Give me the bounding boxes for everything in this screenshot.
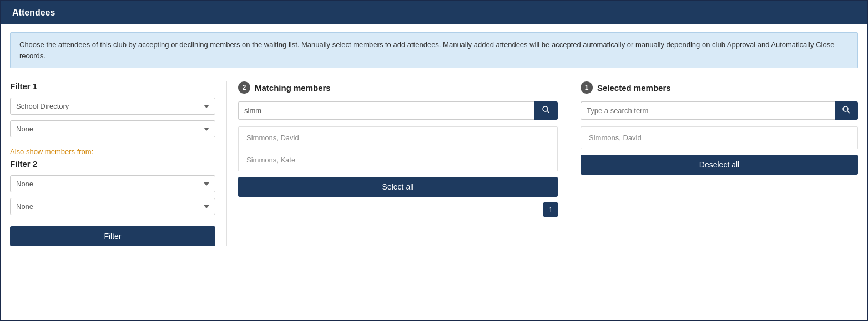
filter2-dropdown1[interactable]: None [10,175,215,192]
filter1-label: Filter 1 [10,81,215,91]
selected-panel-title: Selected members [597,83,671,93]
also-show-label: Also show members from: [10,147,215,156]
selected-search-row [581,101,858,120]
svg-point-0 [543,106,548,111]
selected-search-button[interactable] [835,101,858,120]
filter2-label: Filter 2 [10,159,215,169]
info-banner: Choose the attendees of this club by acc… [10,32,858,68]
matching-search-button[interactable] [534,101,558,120]
deselect-all-button[interactable]: Deselect all [581,155,858,175]
page-number[interactable]: 1 [543,202,558,217]
matching-member-item[interactable]: Simmons, Kate [239,149,557,171]
matching-panel: 2 Matching members Simmons, David Simmon… [226,81,569,246]
selected-panel: 1 Selected members Simmons, David Desele… [569,81,858,246]
search-icon [842,106,850,114]
page-header: Attendees [1,1,867,24]
matching-panel-header: 2 Matching members [238,81,558,94]
pagination: 1 [238,202,558,217]
selected-member-item[interactable]: Simmons, David [581,126,858,149]
info-banner-text: Choose the attendees of this club by acc… [19,40,834,60]
filter1-dropdown2[interactable]: None [10,120,215,137]
select-all-button[interactable]: Select all [238,177,558,197]
matching-search-row [238,101,558,120]
main-content: Filter 1 School Directory None None Also… [1,76,867,257]
filter2-dropdown2[interactable]: None [10,198,215,215]
matching-member-item[interactable]: Simmons, David [239,127,557,149]
selected-panel-header: 1 Selected members [581,81,858,94]
search-icon [542,106,550,114]
filter-button[interactable]: Filter [10,226,215,246]
header-title: Attendees [12,8,55,17]
matching-badge: 2 [238,81,250,94]
filter-panel: Filter 1 School Directory None None Also… [10,81,226,246]
selected-badge: 1 [581,81,593,94]
svg-line-3 [847,111,850,113]
filter1-dropdown1[interactable]: School Directory None [10,98,215,115]
svg-point-2 [843,106,848,111]
matching-member-list: Simmons, David Simmons, Kate [238,126,558,171]
svg-line-1 [547,111,549,113]
matching-panel-title: Matching members [255,83,331,93]
matching-search-input[interactable] [238,101,534,120]
selected-search-input[interactable] [581,101,835,120]
